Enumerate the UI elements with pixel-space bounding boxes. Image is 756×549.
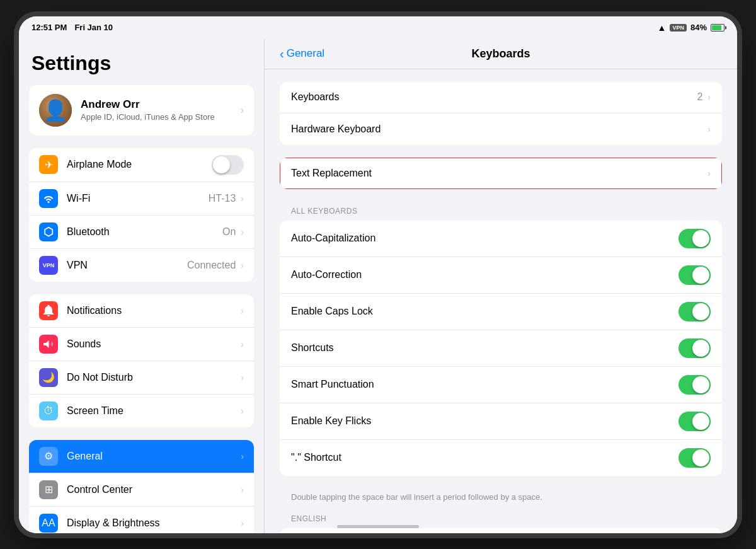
sounds-label: Sounds [67, 338, 241, 350]
text-replacement-item[interactable]: Text Replacement › [280, 158, 722, 189]
sidebar-item-general[interactable]: ⚙ General › [29, 440, 254, 473]
do-not-disturb-icon: 🌙 [39, 368, 58, 387]
enable-caps-lock-toggle[interactable] [679, 302, 711, 321]
check-spelling-item[interactable]: Check Spelling [280, 528, 722, 533]
wifi-value: HT-13 [209, 193, 236, 204]
nav-title: Keyboards [343, 47, 659, 61]
sidebar-item-display-brightness[interactable]: AA Display & Brightness › [29, 507, 254, 533]
time: 12:51 PM [32, 23, 67, 32]
auto-correction-label: Auto-Correction [291, 269, 679, 280]
smart-punctuation-item[interactable]: Smart Punctuation [280, 367, 722, 403]
user-profile-chevron: › [241, 105, 244, 116]
keyboards-label: Keyboards [291, 91, 697, 103]
vpn-icon: VPN [39, 256, 58, 275]
sidebar-item-vpn[interactable]: VPN VPN Connected › [29, 249, 254, 282]
period-shortcut-item[interactable]: "." Shortcut [280, 440, 722, 476]
content-area: Keyboards 2 › Hardware Keyboard › Text R… [265, 69, 737, 533]
sidebar: Settings Andrew Orr Apple ID, iCloud, iT… [19, 39, 265, 533]
enable-caps-lock-item[interactable]: Enable Caps Lock [280, 294, 722, 330]
sidebar-item-bluetooth[interactable]: ⬡ Bluetooth On › [29, 216, 254, 249]
vpn-label: VPN [67, 260, 187, 271]
battery-percent: 84% [690, 23, 707, 32]
sidebar-item-wifi[interactable]: Wi-Fi HT-13 › [29, 182, 254, 216]
user-info: Andrew Orr Apple ID, iCloud, iTunes & Ap… [81, 98, 232, 122]
back-label: General [287, 47, 324, 60]
enable-key-flicks-toggle[interactable] [679, 412, 711, 431]
period-shortcut-toggle[interactable] [679, 448, 711, 468]
auto-capitalization-item[interactable]: Auto-Capitalization [280, 221, 722, 257]
back-button[interactable]: ‹ General [280, 47, 343, 61]
sidebar-item-airplane-mode[interactable]: ✈ Airplane Mode [29, 148, 254, 182]
hardware-keyboard-item[interactable]: Hardware Keyboard › [280, 113, 722, 145]
battery-fill [712, 25, 721, 30]
general-chevron: › [241, 451, 244, 461]
all-keyboards-section: ALL KEYBOARDS Auto-Capitalization Auto-C… [280, 202, 722, 509]
bluetooth-value: On [222, 226, 236, 238]
nav-header: ‹ General Keyboards [265, 39, 737, 69]
sidebar-item-control-center[interactable]: ⊞ Control Center › [29, 473, 254, 507]
home-indicator [337, 525, 419, 528]
do-not-disturb-chevron: › [241, 373, 244, 383]
airplane-mode-toggle[interactable] [212, 155, 244, 175]
smart-punctuation-toggle[interactable] [679, 375, 711, 395]
all-keyboards-group: Auto-Capitalization Auto-Correction Enab… [280, 221, 722, 476]
wifi-label: Wi-Fi [67, 193, 209, 204]
keyboards-chevron: › [707, 92, 711, 102]
hardware-keyboard-label: Hardware Keyboard [291, 124, 707, 135]
sidebar-item-screen-time[interactable]: ⏱ Screen Time › [29, 395, 254, 427]
enable-key-flicks-item[interactable]: Enable Key Flicks [280, 403, 722, 440]
english-group: Check Spelling Predictive Slide on Float… [280, 528, 722, 533]
auto-correction-item[interactable]: Auto-Correction [280, 257, 722, 294]
period-shortcut-label: "." Shortcut [291, 452, 679, 463]
notifications-group: Notifications › Sounds › 🌙 Do Not Distur… [29, 294, 254, 427]
hardware-keyboard-chevron: › [707, 124, 711, 134]
airplane-mode-label: Airplane Mode [67, 159, 212, 170]
avatar [39, 94, 72, 127]
all-keyboards-header: ALL KEYBOARDS [280, 202, 722, 221]
text-replacement-chevron: › [707, 168, 711, 178]
shortcuts-item[interactable]: Shortcuts [280, 330, 722, 367]
auto-capitalization-toggle[interactable] [679, 229, 711, 248]
screen-time-label: Screen Time [67, 405, 241, 417]
bluetooth-chevron: › [241, 227, 244, 237]
enable-key-flicks-label: Enable Key Flicks [291, 415, 679, 427]
main-content: Settings Andrew Orr Apple ID, iCloud, iT… [19, 39, 737, 533]
status-bar: 12:51 PM Fri Jan 10 ▲ VPN 84% [19, 16, 737, 39]
display-brightness-icon: AA [39, 514, 58, 533]
sidebar-item-do-not-disturb[interactable]: 🌙 Do Not Disturb › [29, 361, 254, 395]
screen-time-icon: ⏱ [39, 402, 58, 420]
avatar-face [39, 94, 72, 127]
vpn-badge: VPN [670, 24, 687, 32]
general-label: General [67, 451, 241, 462]
notifications-label: Notifications [67, 305, 241, 316]
bluetooth-icon: ⬡ [39, 222, 58, 241]
smart-punctuation-label: Smart Punctuation [291, 379, 679, 390]
top-items-group: Keyboards 2 › Hardware Keyboard › [280, 82, 722, 145]
display-brightness-label: Display & Brightness [67, 517, 241, 529]
keyboards-value: 2 [697, 91, 702, 103]
keyboards-item[interactable]: Keyboards 2 › [280, 82, 722, 113]
control-center-icon: ⊞ [39, 480, 58, 499]
do-not-disturb-label: Do Not Disturb [67, 372, 241, 383]
date: Fri Jan 10 [74, 23, 113, 32]
general-icon: ⚙ [39, 447, 58, 466]
sidebar-item-notifications[interactable]: Notifications › [29, 294, 254, 328]
screen-time-chevron: › [241, 406, 244, 416]
status-bar-left: 12:51 PM Fri Jan 10 [32, 23, 113, 32]
sidebar-item-sounds[interactable]: Sounds › [29, 328, 254, 361]
battery-icon [711, 24, 724, 32]
auto-correction-toggle[interactable] [679, 265, 711, 285]
control-center-chevron: › [241, 485, 244, 495]
all-keyboards-footer: Double tapping the space bar will insert… [280, 488, 722, 509]
wifi-icon: ▲ [658, 23, 667, 33]
wifi-chevron: › [241, 194, 244, 204]
user-name: Andrew Orr [81, 98, 232, 111]
user-profile[interactable]: Andrew Orr Apple ID, iCloud, iTunes & Ap… [29, 85, 254, 136]
airplane-mode-icon: ✈ [39, 155, 58, 174]
wifi-settings-icon [39, 189, 58, 208]
display-brightness-chevron: › [241, 518, 244, 528]
shortcuts-toggle[interactable] [679, 338, 711, 358]
notifications-chevron: › [241, 306, 244, 316]
sounds-icon [39, 335, 58, 354]
text-replacement-group: Text Replacement › [280, 158, 722, 189]
